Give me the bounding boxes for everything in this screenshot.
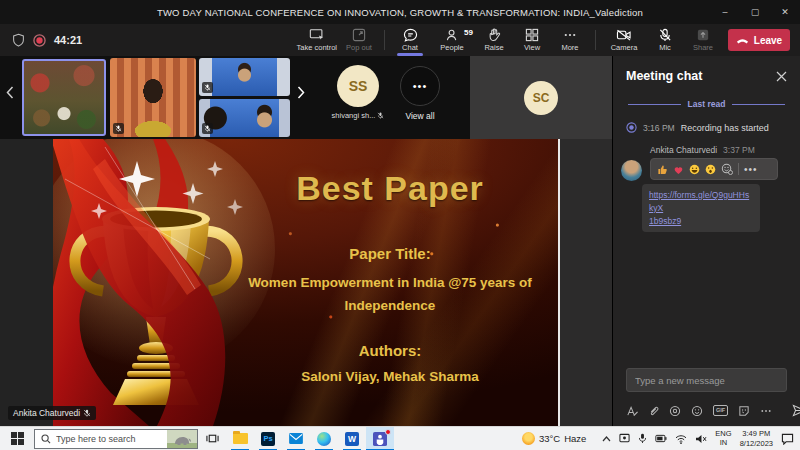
view-all-button[interactable]: ••• View all (396, 66, 444, 121)
message-more-options[interactable]: ••• (744, 164, 758, 175)
format-icon[interactable] (626, 405, 638, 417)
battery-tray-icon[interactable] (655, 434, 667, 443)
video-filmstrip: SS shivangi sh... ••• View all SC (0, 56, 612, 139)
attach-icon[interactable] (648, 405, 659, 417)
participant-name: shivangi sh... (332, 111, 376, 120)
teams-button[interactable] (366, 427, 394, 450)
system-message-text: Recording has started (681, 123, 769, 133)
language-indicator[interactable]: ENG IN (715, 430, 731, 447)
filmstrip-prev-button[interactable] (6, 86, 14, 99)
more-participants-icon: ••• (400, 66, 440, 106)
mic-muted-icon (202, 123, 213, 134)
taskbar-clock[interactable]: 3:49 PM 8/12/2023 (740, 429, 773, 449)
wifi-tray-icon[interactable] (675, 434, 687, 444)
participant-video[interactable] (199, 58, 290, 96)
mic-muted-icon (113, 123, 124, 134)
message-bubble: https://forms.gle/Q9guHHskyX 1b9sbz9 (642, 184, 760, 232)
action-center-icon[interactable] (781, 433, 794, 445)
thumbs-up-reaction-icon[interactable] (657, 164, 668, 175)
search-input[interactable] (56, 434, 162, 444)
more-button[interactable]: More (551, 24, 589, 56)
mail-icon (289, 433, 303, 444)
slide-scrollbar[interactable] (558, 139, 560, 426)
authors-names: Saloni Vijay, Mehak Sharma (225, 369, 555, 384)
meeting-content: SS shivangi sh... ••• View all SC (0, 56, 800, 426)
file-explorer-button[interactable] (226, 427, 254, 450)
mic-off-button[interactable]: Mic (646, 24, 684, 56)
share-button[interactable]: Share (684, 24, 722, 56)
recording-dot-icon (626, 122, 637, 133)
add-reaction-icon[interactable] (721, 163, 733, 175)
word-button[interactable]: W (338, 427, 366, 450)
task-view-button[interactable] (198, 427, 226, 450)
camera-off-button[interactable]: Camera (602, 24, 646, 56)
presenter-name-label: Ankita Chaturvedi (8, 406, 96, 420)
chat-button[interactable]: Chat (391, 24, 429, 56)
toolbar-divider (595, 30, 596, 50)
microphone-tray-icon[interactable] (638, 433, 647, 444)
message-author-row: Ankita Chaturvedi 3:37 PM (613, 145, 800, 155)
raise-hand-button[interactable]: Raise (475, 24, 513, 56)
windows-logo-icon (11, 432, 24, 445)
minimize-button[interactable]: – (710, 0, 740, 24)
photoshop-icon: Ps (261, 432, 275, 446)
participant-tile-ss[interactable]: SS shivangi sh... (330, 65, 386, 120)
close-chat-icon[interactable] (776, 71, 787, 82)
search-highlight-image[interactable] (167, 429, 197, 449)
pop-out-button: Pop out (340, 24, 378, 56)
participant-tile-sc[interactable]: SC (470, 56, 612, 139)
avatar (621, 160, 642, 181)
reaction-bar: ••• (650, 158, 778, 180)
word-icon: W (345, 432, 359, 446)
photoshop-button[interactable]: Ps (254, 427, 282, 450)
emoji-icon[interactable] (691, 405, 703, 417)
laughing-reaction-icon[interactable] (689, 164, 700, 175)
take-control-button[interactable]: Take control (294, 24, 340, 56)
leave-button[interactable]: Leave (728, 29, 790, 51)
shared-presentation-slide: Best Paper Paper Title: Women Empowermen… (53, 139, 558, 426)
participant-video[interactable] (110, 58, 196, 137)
meeting-status-group: 44:21 (0, 33, 82, 47)
start-button[interactable] (0, 427, 34, 450)
chat-message-input[interactable] (626, 368, 787, 392)
system-tray: 33°C Haze ENG IN 3:49 PM 8/12/2023 (522, 429, 800, 449)
mail-button[interactable] (282, 427, 310, 450)
volume-muted-tray-icon[interactable] (695, 434, 707, 444)
sticker-icon[interactable] (738, 405, 750, 417)
send-icon[interactable] (792, 404, 800, 417)
reaction-divider (738, 163, 739, 175)
close-button[interactable]: ✕ (770, 0, 800, 24)
filmstrip-next-button[interactable] (297, 86, 305, 99)
window-title-bar: TWO DAY NATIONAL CONFERENCE ON INNOVATIO… (0, 0, 800, 24)
weather-temperature: 33°C (539, 433, 560, 444)
system-message-time: 3:16 PM (643, 123, 675, 133)
teams-notification-badge (385, 429, 391, 435)
compose-more-icon[interactable] (760, 405, 772, 417)
edge-button[interactable] (310, 427, 338, 450)
chat-panel-title: Meeting chat (626, 69, 702, 83)
surprised-reaction-icon[interactable] (705, 164, 716, 175)
taskbar-weather[interactable]: 33°C Haze (522, 432, 586, 445)
view-button[interactable]: View (513, 24, 551, 56)
authors-heading: Authors: (225, 342, 555, 359)
show-hidden-icons-chevron[interactable] (602, 436, 611, 442)
stage-gutter (0, 139, 53, 426)
participant-video[interactable] (199, 99, 290, 137)
participant-video-selected[interactable] (22, 59, 106, 136)
edge-icon (317, 432, 331, 446)
meeting-chat-panel: Meeting chat Last read 3:16 PM Recording… (612, 56, 800, 426)
heart-reaction-icon[interactable] (673, 164, 684, 175)
chat-message: ••• https://forms.gle/Q9guHHskyX 1b9sbz9 (613, 158, 800, 232)
last-read-divider: Last read (613, 99, 800, 109)
avatar: SC (524, 81, 558, 115)
taskbar-search[interactable] (34, 429, 198, 449)
display-tray-icon[interactable] (619, 433, 630, 444)
loop-icon[interactable] (669, 405, 681, 417)
message-time: 3:37 PM (723, 145, 755, 155)
gif-icon[interactable]: GIF (713, 405, 728, 417)
maximize-button[interactable]: ▢ (740, 0, 770, 24)
compose-toolbar: GIF (626, 404, 787, 417)
stage-gutter (560, 139, 612, 426)
message-link[interactable]: https://forms.gle/Q9guHHskyX 1b9sbz9 (649, 189, 753, 227)
people-button[interactable]: 59 People (429, 24, 475, 56)
